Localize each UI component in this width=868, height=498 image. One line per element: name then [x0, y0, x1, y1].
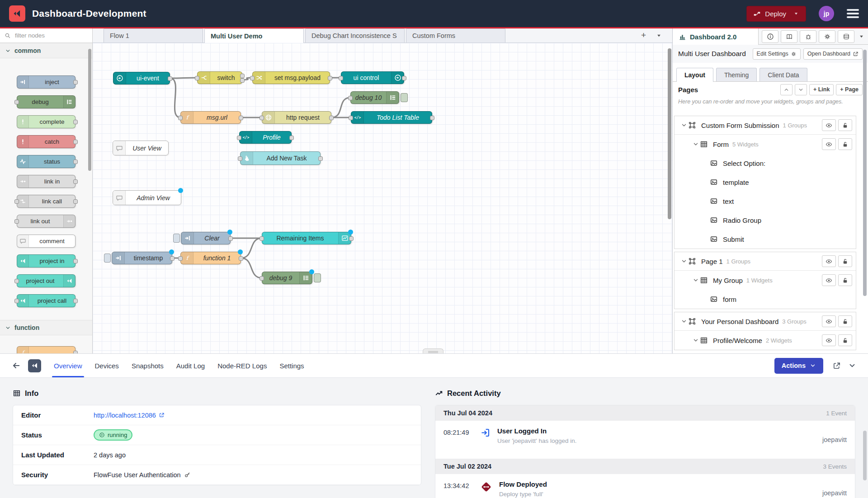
node-port-out[interactable]	[402, 76, 406, 80]
node-inject-button[interactable]	[173, 234, 180, 243]
node-port-out[interactable]	[170, 256, 175, 261]
flow-node-profile[interactable]: </>Profile	[239, 131, 292, 144]
flow-node-function-1[interactable]: ffunction 1	[180, 252, 241, 264]
node-port-in[interactable]	[250, 76, 255, 80]
palette-node-status[interactable]: status	[17, 155, 75, 168]
open-dashboard-button[interactable]: Open Dashboard	[803, 48, 863, 60]
palette-node-partial[interactable]: f	[17, 346, 75, 353]
instance-tab-snapshots[interactable]: Snapshots	[125, 354, 170, 377]
flow-tab-multi-user-demo[interactable]: Multi User Demo	[204, 28, 304, 43]
flow-node-ui-event[interactable]: ui-event	[113, 72, 170, 85]
sidebar-docs-button[interactable]	[781, 30, 797, 43]
node-port-out[interactable]	[73, 80, 78, 85]
chevron-down-icon[interactable]	[693, 337, 699, 343]
palette-node-link in[interactable]: link in	[17, 175, 75, 188]
node-port-out[interactable]	[73, 199, 78, 204]
node-port-out[interactable]	[73, 299, 78, 303]
lock-toggle-button[interactable]	[838, 315, 852, 327]
node-debug-toggle-button[interactable]	[314, 273, 321, 282]
flow-node-debug-9[interactable]: debug 9	[262, 272, 312, 284]
node-port-out[interactable]	[73, 259, 78, 263]
node-port-in[interactable]	[348, 96, 353, 100]
palette-node-catch[interactable]: catch	[17, 135, 75, 148]
flow-node-http-request[interactable]: http request	[262, 111, 331, 124]
open-editor-icon[interactable]	[832, 362, 841, 370]
instance-tab-settings[interactable]: Settings	[273, 354, 310, 377]
node-port-in[interactable]	[339, 76, 343, 80]
palette-node-complete[interactable]: complete	[17, 115, 75, 128]
sidebar-scrollbar[interactable]	[863, 50, 867, 296]
node-port-out[interactable]	[329, 116, 334, 120]
visibility-toggle-button[interactable]	[822, 119, 836, 131]
node-port-in[interactable]	[14, 100, 19, 104]
node-port-out[interactable]	[328, 76, 332, 80]
palette-search[interactable]	[0, 28, 92, 43]
flow-node-admin-view[interactable]: Admin View	[113, 190, 181, 205]
lock-toggle-button[interactable]	[838, 138, 852, 150]
flow-canvas[interactable]: ui-eventswitchset msg.payloadui controld…	[93, 43, 672, 353]
flow-node-add-task[interactable]: Add New Task	[240, 151, 321, 165]
tree-widget-row[interactable]: Select Option:	[675, 154, 856, 173]
flowfuse-logo-icon[interactable]	[9, 5, 25, 22]
sidebar-info-button[interactable]	[762, 30, 778, 43]
edit-settings-button[interactable]: Edit Settings	[753, 48, 801, 60]
tab-dashboard-2[interactable]: Dashboard 2.0	[673, 28, 759, 45]
collapse-panel-icon[interactable]	[848, 362, 856, 370]
flow-node-debug-10[interactable]: debug 10	[350, 91, 399, 104]
chevron-down-icon[interactable]	[681, 122, 687, 128]
palette-node-project out[interactable]: project out	[17, 274, 75, 287]
lock-toggle-button[interactable]	[838, 334, 852, 346]
visibility-toggle-button[interactable]	[822, 274, 836, 286]
node-port-in[interactable]	[14, 199, 19, 204]
flow-node-todo-table[interactable]: </>Todo List Table	[351, 111, 432, 124]
visibility-toggle-button[interactable]	[822, 315, 836, 327]
node-port-in[interactable]	[14, 279, 19, 283]
flow-node-set-payload[interactable]: set msg.payload	[252, 71, 330, 84]
tree-group-row[interactable]: Form5 Widgets	[675, 135, 856, 154]
tree-page-row[interactable]: Your Personal Dashboard3 Groups	[675, 312, 856, 331]
actions-button[interactable]: Actions	[774, 358, 823, 374]
flow-node-user-view[interactable]: User View	[113, 141, 169, 155]
back-button[interactable]	[12, 361, 21, 370]
sidebar-caret-icon[interactable]	[858, 33, 865, 42]
flow-node-msg-url[interactable]: fmsg.url	[180, 111, 241, 124]
sidebar-settings-button[interactable]	[819, 30, 835, 43]
palette-node-project in[interactable]: project in	[17, 254, 75, 268]
tree-widget-row[interactable]: template	[675, 173, 856, 192]
instance-tab-overview[interactable]: Overview	[47, 354, 89, 377]
node-port-in[interactable]	[259, 276, 264, 281]
palette-category-header-common[interactable]: common	[0, 43, 92, 58]
node-inject-button[interactable]	[104, 254, 111, 263]
node-port-out[interactable]	[349, 236, 354, 241]
tab-client-data[interactable]: Client Data	[760, 68, 807, 81]
node-port-out[interactable]	[239, 116, 243, 120]
flow-node-switch[interactable]: switch	[197, 71, 242, 84]
chevron-down-icon[interactable]	[681, 258, 687, 264]
node-port-out[interactable]	[240, 74, 245, 78]
node-port-out[interactable]	[289, 136, 294, 140]
flow-node-remaining[interactable]: Remaining Items	[262, 232, 351, 244]
palette-node-project call[interactable]: project call	[17, 294, 75, 307]
tree-group-row[interactable]: Profile/Welcome2 Widgets	[675, 331, 856, 350]
panel-drag-handle[interactable]	[423, 348, 443, 353]
instance-tab-devices[interactable]: Devices	[89, 354, 125, 377]
visibility-toggle-button[interactable]	[822, 255, 836, 267]
node-port-out[interactable]	[168, 76, 172, 81]
lock-toggle-button[interactable]	[838, 119, 852, 131]
visibility-toggle-button[interactable]	[822, 138, 836, 150]
add-link-button[interactable]: + Link	[809, 84, 834, 95]
instance-tab-node-red-logs[interactable]: Node-RED Logs	[211, 354, 273, 377]
node-port-in[interactable]	[178, 256, 183, 261]
tree-page-row[interactable]: Page 11 Groups	[675, 252, 856, 271]
flow-tab-custom-forms[interactable]: Custom Forms	[406, 28, 505, 42]
tree-widget-row[interactable]: Radio Group	[675, 211, 856, 230]
tree-page-row[interactable]: Custom Form Submission1 Groups	[675, 116, 856, 135]
node-port-out[interactable]	[73, 120, 78, 124]
chevron-down-icon[interactable]	[681, 318, 687, 324]
palette-node-link out[interactable]: link out	[17, 215, 75, 228]
visibility-toggle-button[interactable]	[822, 334, 836, 346]
flow-node-timestamp[interactable]: timestamp	[112, 252, 172, 264]
user-avatar[interactable]: jp	[819, 6, 834, 21]
flow-tab-debug-chart-inconsistence-s[interactable]: Debug Chart Inconsistence S	[305, 28, 405, 42]
flow-node-clear[interactable]: Clear	[181, 232, 231, 244]
